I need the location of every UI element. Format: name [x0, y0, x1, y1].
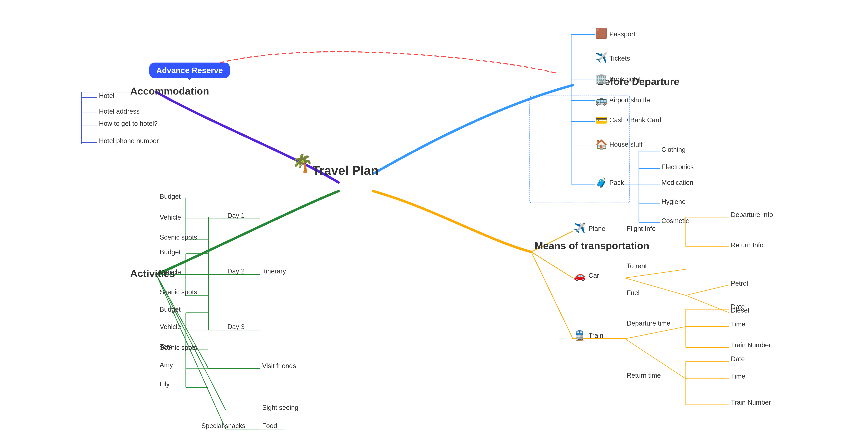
fuel-label: Fuel	[627, 289, 640, 297]
passport-icon: 🟫	[595, 28, 608, 39]
day2-vehicle-label: Vehicle	[160, 268, 181, 276]
pack-label: Pack	[609, 179, 624, 186]
means-transport-title: Means of transportation	[535, 240, 649, 252]
day1-budget-label: Budget	[160, 193, 181, 200]
lily-label: Lily	[160, 380, 169, 388]
return-time-label: Return time	[627, 372, 661, 379]
medication-label: Medication	[661, 179, 693, 186]
hygiene-label: Hygiene	[661, 198, 686, 206]
plane-label: Plane	[589, 225, 606, 232]
accommodation-title: Accommodation	[130, 85, 209, 97]
departure-time-label: Departure time	[627, 320, 670, 327]
clothing-label: Clothing	[661, 146, 686, 153]
visit-friends-label: Visit friends	[262, 362, 296, 370]
car-label: Car	[589, 272, 599, 279]
svg-line-33	[156, 274, 226, 429]
day2-budget-label: Budget	[160, 248, 181, 256]
plane-icon: ✈️	[574, 223, 586, 234]
page-title: Travel Plan	[312, 163, 378, 178]
svg-line-66	[625, 327, 686, 339]
departure-info-label: Departure Info	[731, 211, 773, 218]
svg-line-58	[531, 252, 573, 278]
day1-scenic-label: Scenic spots	[160, 234, 197, 241]
day2-label: Day 2	[227, 268, 245, 275]
tom-label: Tom	[160, 343, 172, 351]
svg-line-60	[625, 269, 686, 278]
departure-date-label: Date	[731, 303, 745, 311]
pack-box	[529, 95, 630, 203]
electronics-label: Electronics	[661, 163, 694, 171]
day3-budget-label: Budget	[160, 306, 181, 313]
svg-line-62	[686, 285, 729, 295]
day1-vehicle-label: Vehicle	[160, 214, 181, 221]
return-info-label: Return Info	[731, 241, 764, 249]
svg-line-64	[531, 252, 573, 339]
pack-icon: 🧳	[595, 177, 608, 188]
hotel-address-label: Hotel address	[99, 108, 140, 115]
day2-scenic-label: Scenic spots	[160, 288, 197, 296]
passport-label: Passport	[609, 30, 636, 38]
itinerary-label: Itinerary	[262, 268, 286, 275]
flight-info-label: Flight Info	[627, 225, 656, 232]
cosmetic-label: Cosmetic	[661, 217, 689, 225]
how-to-get-hotel-label: How to get to hotel?	[99, 120, 158, 127]
tickets-label: Tickets	[609, 55, 630, 62]
svg-line-63	[686, 295, 729, 313]
hotel-label: Hotel	[99, 92, 115, 99]
return-time-val-label: Time	[731, 373, 745, 380]
day3-label: Day 3	[227, 323, 245, 331]
palm-tree-icon: 🌴	[292, 153, 313, 173]
food-label: Food	[262, 422, 277, 430]
departure-train-number-label: Train Number	[731, 342, 771, 349]
train-label: Train	[589, 332, 603, 339]
car-icon: 🚗	[574, 270, 586, 282]
special-snacks-label: Special snacks	[202, 422, 245, 430]
return-train-number-label: Train Number	[731, 399, 771, 406]
sight-seeing-label: Sight seeing	[262, 404, 299, 411]
book-hotel-icon: 🏢	[595, 73, 608, 84]
hotel-phone-label: Hotel phone number	[99, 137, 159, 145]
petrol-label: Petrol	[731, 280, 748, 287]
book-hotel-label: Book hotel	[609, 76, 641, 83]
return-date-label: Date	[731, 355, 745, 363]
to-rent-label: To rent	[627, 262, 647, 270]
day3-vehicle-label: Vehicle	[160, 323, 181, 331]
day1-label: Day 1	[227, 212, 245, 219]
train-icon: 🚆	[574, 330, 586, 342]
tickets-icon: ✈️	[595, 52, 608, 63]
advance-reserve-bubble: Advance Reserve	[149, 63, 230, 78]
departure-time-val-label: Time	[731, 321, 745, 328]
amy-label: Amy	[160, 361, 173, 369]
